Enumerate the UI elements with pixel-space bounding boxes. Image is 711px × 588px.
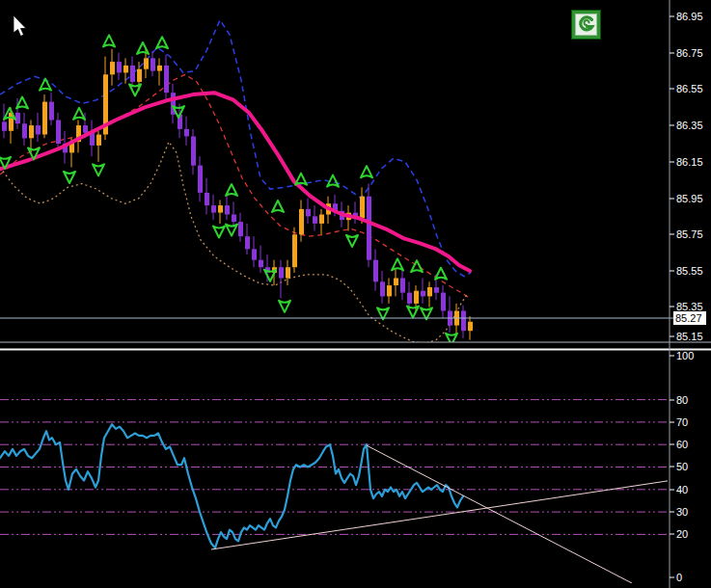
svg-text:86.15: 86.15 <box>676 156 703 168</box>
svg-text:86.95: 86.95 <box>676 11 703 22</box>
g-logo-icon <box>571 10 601 40</box>
svg-text:100: 100 <box>676 350 694 361</box>
price-axis[interactable]: 86.9586.7586.5586.3586.1585.9585.7585.55… <box>670 0 703 588</box>
svg-text:86.55: 86.55 <box>676 83 703 94</box>
mouse-cursor <box>13 15 30 40</box>
svg-text:85.95: 85.95 <box>676 193 703 204</box>
svg-text:0: 0 <box>676 572 682 583</box>
svg-text:85.75: 85.75 <box>676 228 703 240</box>
svg-text:20: 20 <box>676 528 688 540</box>
svg-text:60: 60 <box>676 439 688 450</box>
svg-text:40: 40 <box>676 484 688 495</box>
svg-text:85.15: 85.15 <box>676 331 703 342</box>
svg-text:86.35: 86.35 <box>676 120 703 131</box>
chart-window: 86.9586.7586.5586.3586.1585.9585.7585.55… <box>0 0 711 588</box>
chart-canvas: 86.9586.7586.5586.3586.1585.9585.7585.55… <box>0 0 711 588</box>
current-price-tag: 85.27 <box>673 311 706 325</box>
panel-separator[interactable] <box>0 318 711 351</box>
svg-text:30: 30 <box>676 506 688 518</box>
broker-logo <box>571 10 601 40</box>
price-panel[interactable] <box>0 20 473 345</box>
svg-text:86.75: 86.75 <box>676 47 703 59</box>
svg-text:50: 50 <box>676 461 688 472</box>
svg-text:80: 80 <box>676 394 688 406</box>
indicator-panel[interactable] <box>0 400 669 583</box>
svg-text:70: 70 <box>676 416 688 428</box>
svg-text:85.55: 85.55 <box>676 265 703 277</box>
